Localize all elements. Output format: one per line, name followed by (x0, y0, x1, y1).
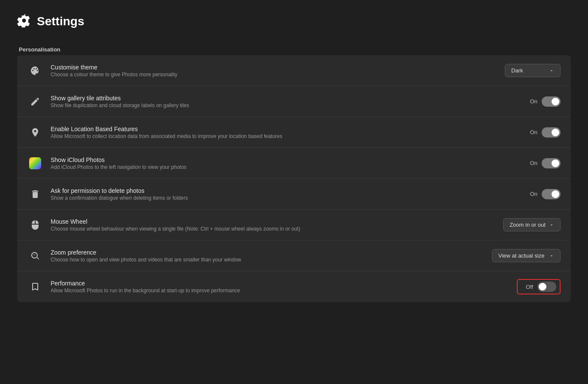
settings-row-mouse-wheel: Mouse Wheel Choose mouse wheel behaviour… (17, 210, 571, 240)
icloud-toggle[interactable] (542, 158, 561, 168)
delete-permission-text: Ask for permission to delete photos Show… (51, 187, 517, 201)
location-icon (27, 127, 43, 138)
location-toggle-label: On (525, 129, 537, 135)
trash-icon (27, 189, 43, 199)
toggle-knob (552, 129, 559, 136)
gallery-tile-toggle-label: On (525, 98, 537, 105)
icloud-title: Show iCloud Photos (51, 156, 517, 163)
delete-permission-toggle-label: On (525, 191, 537, 197)
settings-row-gallery-tile: Show gallery tile attributes Show file d… (17, 86, 571, 117)
gallery-tile-toggle[interactable] (542, 96, 561, 107)
customise-theme-desc: Choose a colour theme to give Photos mor… (51, 72, 496, 78)
zoom-preference-title: Zoom preference (51, 249, 483, 256)
zoom-preference-dropdown[interactable]: View at actual size (492, 249, 561, 262)
chevron-down-icon (549, 222, 554, 228)
toggle-knob (539, 283, 546, 291)
section-label: Personalisation (17, 46, 571, 53)
icloud-text: Show iCloud Photos Add iCloud Photos to … (51, 156, 517, 170)
personalisation-section: Personalisation Customise theme Choose a… (17, 46, 571, 302)
zoom-icon (27, 251, 43, 261)
delete-permission-control: On (525, 189, 561, 199)
location-text: Enable Location Based Features Allow Mic… (51, 126, 517, 139)
mouse-wheel-desc: Choose mouse wheel behaviour when viewin… (51, 226, 495, 232)
gallery-tile-text: Show gallery tile attributes Show file d… (51, 95, 517, 108)
customise-theme-control: Dark (505, 64, 561, 77)
zoom-preference-dropdown-value: View at actual size (498, 252, 544, 259)
settings-row-delete-permission: Ask for permission to delete photos Show… (17, 179, 571, 210)
location-title: Enable Location Based Features (51, 126, 517, 132)
performance-text: Performance Allow Microsoft Photos to ru… (51, 280, 508, 294)
toggle-knob (552, 159, 559, 167)
mouse-wheel-dropdown-value: Zoom in or out (510, 222, 546, 228)
icloud-icon (27, 157, 43, 169)
delete-permission-desc: Show a confirmation dialogue when deleti… (51, 195, 517, 201)
location-toggle[interactable] (542, 127, 561, 138)
location-control: On (525, 127, 561, 138)
settings-row-icloud: Show iCloud Photos Add iCloud Photos to … (17, 148, 571, 179)
palette-icon (27, 66, 43, 76)
performance-control: Off (517, 279, 561, 294)
toggle-knob (552, 98, 559, 105)
customise-theme-text: Customise theme Choose a colour theme to… (51, 64, 496, 78)
page-header: Settings (17, 14, 571, 29)
mouse-icon (27, 220, 43, 230)
zoom-preference-control: View at actual size (492, 249, 561, 262)
settings-list: Customise theme Choose a colour theme to… (17, 55, 571, 302)
mouse-wheel-control: Zoom in or out (503, 218, 561, 231)
icloud-logo (29, 157, 41, 169)
settings-row-performance: Performance Allow Microsoft Photos to ru… (17, 271, 571, 302)
gear-icon (17, 14, 31, 29)
icloud-desc: Add iCloud Photos to the left navigation… (51, 164, 517, 170)
gallery-tile-title: Show gallery tile attributes (51, 95, 517, 102)
theme-dropdown-value: Dark (511, 67, 523, 74)
performance-title: Performance (51, 280, 508, 287)
chevron-down-icon (549, 68, 554, 73)
gallery-tile-desc: Show file duplication and cloud storage … (51, 102, 517, 108)
page-title: Settings (37, 15, 84, 28)
delete-permission-toggle[interactable] (542, 189, 561, 199)
settings-row-zoom-preference: Zoom preference Choose how to open and v… (17, 240, 571, 271)
location-desc: Allow Microsoft to collect location data… (51, 133, 517, 139)
performance-icon (27, 282, 43, 292)
performance-toggle[interactable] (537, 282, 556, 292)
settings-page: Settings Personalisation Customise theme… (0, 0, 588, 316)
edit-icon (27, 96, 43, 107)
mouse-wheel-text: Mouse Wheel Choose mouse wheel behaviour… (51, 218, 495, 232)
performance-desc: Allow Microsoft Photos to run in the bac… (51, 288, 508, 294)
mouse-wheel-dropdown[interactable]: Zoom in or out (503, 218, 561, 231)
icloud-control: On (525, 158, 561, 168)
toggle-knob (552, 190, 559, 198)
settings-row-customise-theme: Customise theme Choose a colour theme to… (17, 55, 571, 86)
performance-toggle-label: Off (521, 284, 533, 290)
theme-dropdown[interactable]: Dark (505, 64, 561, 77)
delete-permission-title: Ask for permission to delete photos (51, 187, 517, 194)
mouse-wheel-title: Mouse Wheel (51, 218, 495, 225)
gallery-tile-control: On (525, 96, 561, 107)
performance-toggle-wrapper: Off (517, 279, 561, 294)
zoom-preference-desc: Choose how to open and view photos and v… (51, 257, 483, 263)
chevron-down-icon (549, 253, 554, 258)
settings-row-location: Enable Location Based Features Allow Mic… (17, 117, 571, 148)
icloud-toggle-label: On (525, 160, 537, 166)
customise-theme-title: Customise theme (51, 64, 496, 71)
zoom-preference-text: Zoom preference Choose how to open and v… (51, 249, 483, 263)
